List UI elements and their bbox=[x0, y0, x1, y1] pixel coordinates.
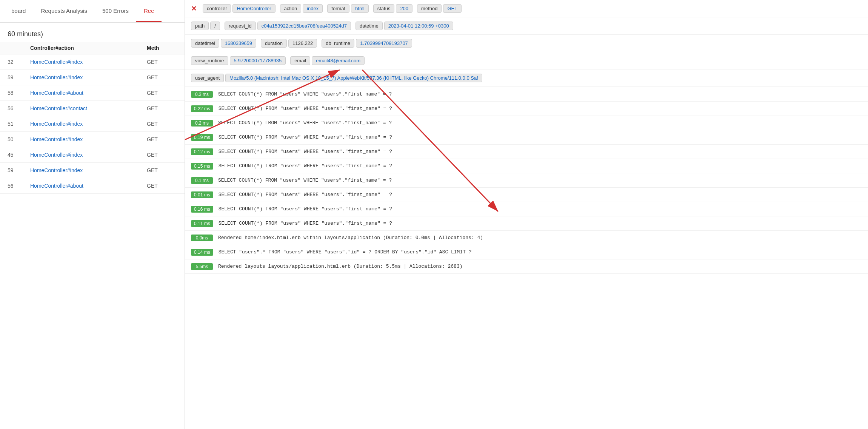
sql-query-text: SELECT COUNT(*) FROM "users" WHERE "user… bbox=[218, 120, 392, 126]
tab-rec[interactable]: Rec bbox=[136, 1, 162, 22]
row-method: GET bbox=[147, 105, 177, 111]
pill-value: 2023-04-01 12:00:59 +0300 bbox=[384, 22, 453, 30]
row-id: 32 bbox=[8, 59, 30, 65]
row-method: GET bbox=[147, 90, 177, 96]
pill-key: action bbox=[280, 4, 302, 13]
sql-row: 0.12 msSELECT COUNT(*) FROM "users" WHER… bbox=[185, 145, 868, 159]
sql-query-text: SELECT COUNT(*) FROM "users" WHERE "user… bbox=[219, 163, 392, 169]
tab-500-errors[interactable]: 500 Errors bbox=[95, 1, 136, 22]
pill-value: / bbox=[210, 22, 220, 30]
sql-row: 0.3 msSELECT COUNT(*) FROM "users" WHERE… bbox=[185, 87, 868, 102]
sql-row: 0.14 msSELECT "users".* FROM "users" WHE… bbox=[185, 245, 868, 259]
pill-key: status bbox=[373, 4, 395, 13]
row-action[interactable]: HomeController#about bbox=[30, 183, 147, 189]
pill-key: format bbox=[327, 4, 349, 13]
sql-row: 0.2 msSELECT COUNT(*) FROM "users" WHERE… bbox=[185, 116, 868, 130]
detail-pill: duration1126.222 bbox=[261, 39, 317, 48]
sql-row: 0.0msRendered home/index.html.erb within… bbox=[185, 231, 868, 245]
pill-key: user_agent bbox=[191, 74, 224, 82]
detail-row: ✕controllerHomeControlleractionindexform… bbox=[185, 0, 868, 17]
pill-key: path bbox=[191, 22, 209, 30]
table-row[interactable]: 59 HomeController#index GET bbox=[0, 163, 185, 178]
row-method: GET bbox=[147, 167, 177, 173]
detail-pill: controllerHomeController bbox=[203, 4, 275, 13]
sql-duration-badge: 0.22 ms bbox=[191, 105, 213, 112]
sql-row: 0.19 msSELECT COUNT(*) FROM "users" WHER… bbox=[185, 130, 868, 145]
section-title: 60 minutes) bbox=[0, 23, 185, 42]
pill-key: controller bbox=[203, 4, 231, 13]
pill-value: html bbox=[351, 4, 369, 13]
row-id: 51 bbox=[8, 121, 30, 127]
row-id: 59 bbox=[8, 74, 30, 80]
table-row[interactable]: 56 HomeController#about GET bbox=[0, 178, 185, 194]
table-body: 32 HomeController#index GET 59 HomeContr… bbox=[0, 54, 185, 194]
sql-duration-badge: 0.16 ms bbox=[191, 206, 213, 213]
table-row[interactable]: 58 HomeController#about GET bbox=[0, 85, 185, 101]
close-button[interactable]: ✕ bbox=[191, 5, 197, 12]
sql-row: 5.5msRendered layouts layouts/applicatio… bbox=[185, 259, 868, 274]
sql-duration-badge: 0.01 ms bbox=[191, 191, 213, 198]
sql-query-text: SELECT "users".* FROM "users" WHERE "use… bbox=[219, 249, 472, 255]
table-row[interactable]: 56 HomeController#contact GET bbox=[0, 101, 185, 116]
sql-duration-badge: 0.2 ms bbox=[191, 120, 213, 127]
table-header: Controller#action Meth bbox=[0, 42, 185, 54]
pill-key: duration bbox=[261, 39, 287, 48]
col-method: Meth bbox=[147, 45, 177, 51]
pill-value: HomeController bbox=[232, 4, 275, 13]
table-row[interactable]: 51 HomeController#index GET bbox=[0, 116, 185, 132]
row-action[interactable]: HomeController#about bbox=[30, 90, 147, 96]
sql-duration-badge: 5.5ms bbox=[191, 263, 213, 270]
detail-pill: actionindex bbox=[280, 4, 323, 13]
row-action[interactable]: HomeController#index bbox=[30, 59, 147, 65]
detail-pill: methodGET bbox=[417, 4, 462, 13]
sql-duration-badge: 0.11 ms bbox=[191, 220, 213, 227]
detail-row: view_runtime5.9720000717788935emailemail… bbox=[185, 52, 868, 69]
table-row[interactable]: 59 HomeController#index GET bbox=[0, 70, 185, 85]
pill-value: 1680339659 bbox=[221, 39, 256, 48]
row-id: 59 bbox=[8, 167, 30, 173]
row-action[interactable]: HomeController#index bbox=[30, 121, 147, 127]
sql-row: 0.22 msSELECT COUNT(*) FROM "users" WHER… bbox=[185, 102, 868, 116]
row-action[interactable]: HomeController#index bbox=[30, 167, 147, 173]
tab-requests-analysis[interactable]: Requests Analysis bbox=[33, 1, 95, 22]
app-container: board Requests Analysis 500 Errors Rec 6… bbox=[0, 0, 868, 429]
sql-row: 0.1 msSELECT COUNT(*) FROM "users" WHERE… bbox=[185, 173, 868, 188]
pill-key: datetimei bbox=[191, 39, 219, 48]
pill-key: view_runtime bbox=[191, 56, 228, 65]
row-method: GET bbox=[147, 136, 177, 142]
table-row[interactable]: 45 HomeController#index GET bbox=[0, 147, 185, 163]
row-action[interactable]: HomeController#contact bbox=[30, 105, 147, 111]
detail-row: user_agentMozilla/5.0 (Macintosh; Intel … bbox=[185, 69, 868, 87]
table-row[interactable]: 50 HomeController#index GET bbox=[0, 132, 185, 147]
row-id: 50 bbox=[8, 136, 30, 142]
row-action[interactable]: HomeController#index bbox=[30, 152, 147, 158]
sql-duration-badge: 0.0ms bbox=[191, 235, 213, 241]
sql-duration-badge: 0.14 ms bbox=[191, 249, 213, 256]
row-action[interactable]: HomeController#index bbox=[30, 74, 147, 80]
sql-duration-badge: 0.15 ms bbox=[191, 163, 213, 170]
sql-row: 0.11 msSELECT COUNT(*) FROM "users" WHER… bbox=[185, 216, 868, 231]
row-method: GET bbox=[147, 121, 177, 127]
sql-query-text: SELECT COUNT(*) FROM "users" WHERE "user… bbox=[219, 134, 392, 140]
pill-key: request_id bbox=[225, 22, 256, 30]
sql-row: 0.15 msSELECT COUNT(*) FROM "users" WHER… bbox=[185, 159, 868, 173]
row-action[interactable]: HomeController#index bbox=[30, 136, 147, 142]
pill-value: GET bbox=[443, 4, 462, 13]
sql-duration-badge: 0.3 ms bbox=[191, 91, 213, 98]
row-method: GET bbox=[147, 59, 177, 65]
table-row[interactable]: 32 HomeController#index GET bbox=[0, 54, 185, 70]
detail-pill: datetimei1680339659 bbox=[191, 39, 256, 48]
sql-query-text: Rendered home/index.html.erb within layo… bbox=[218, 235, 483, 241]
row-method: GET bbox=[147, 183, 177, 189]
sql-row: 0.16 msSELECT COUNT(*) FROM "users" WHER… bbox=[185, 202, 868, 216]
detail-pill: view_runtime5.9720000717788935 bbox=[191, 56, 286, 65]
pill-key: email bbox=[290, 56, 310, 65]
sql-query-text: SELECT COUNT(*) FROM "users" WHERE "user… bbox=[219, 149, 392, 154]
row-method: GET bbox=[147, 152, 177, 158]
sql-query-text: Rendered layouts layouts/application.htm… bbox=[218, 264, 463, 269]
detail-pill: datetime2023-04-01 12:00:59 +0300 bbox=[356, 22, 453, 30]
sql-duration-badge: 0.19 ms bbox=[191, 134, 213, 141]
detail-pill: user_agentMozilla/5.0 (Macintosh; Intel … bbox=[191, 74, 482, 82]
row-id: 56 bbox=[8, 105, 30, 111]
tab-board[interactable]: board bbox=[4, 1, 33, 22]
